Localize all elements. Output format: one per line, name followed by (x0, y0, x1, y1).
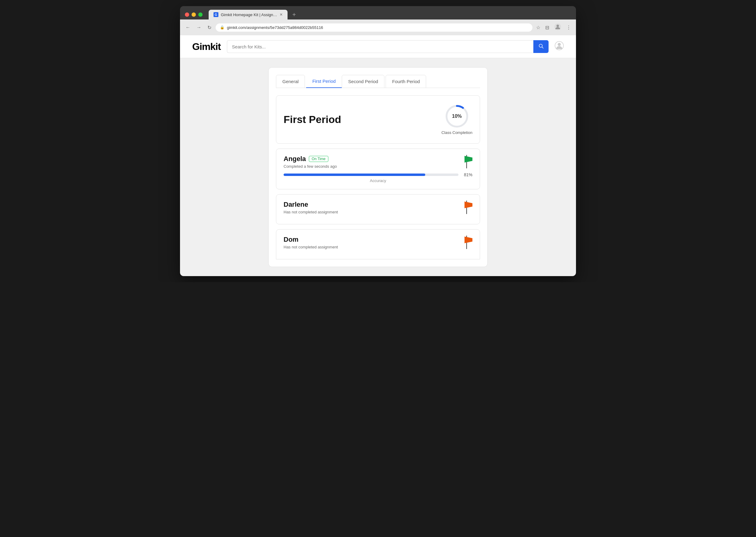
student-info-darlene: Darlene Has not completed assignment (284, 201, 338, 214)
accuracy-bar-fill-angela (284, 174, 425, 176)
new-tab-button[interactable]: + (290, 10, 298, 20)
forward-button[interactable]: → (195, 23, 203, 31)
search-button[interactable] (533, 40, 549, 53)
menu-button[interactable]: ⋮ (565, 23, 572, 32)
student-card-angela: Angela On Time Completed a few seconds a… (276, 148, 480, 189)
completion-circle: 10% Class Completion (441, 104, 472, 135)
tab-favicon: G (213, 12, 218, 17)
tabs-row: General First Period Second Period Fourt… (276, 75, 480, 88)
svg-point-5 (558, 43, 561, 46)
student-name-row-darlene: Darlene (284, 201, 338, 209)
browser-window: G Gimkit Homepage Kit | Assign… ✕ + ← → … (180, 6, 576, 276)
address-bar[interactable]: 🔒 gimkit.com/assignments/5e73dd275a984d0… (216, 23, 532, 32)
accuracy-label-angela: Accuracy (284, 178, 472, 183)
app-header: Gimkit (180, 35, 576, 58)
flag-dom (460, 236, 472, 249)
toolbar-actions: ☆ ⊟ ⋮ (535, 22, 572, 33)
main-area: General First Period Second Period Fourt… (180, 58, 576, 276)
accuracy-pct-angela: 81% (462, 172, 472, 177)
flag-shape-dom (465, 236, 472, 243)
user-profile-button[interactable] (555, 41, 564, 52)
student-status-dom: Has not completed assignment (284, 245, 338, 249)
accuracy-bar-bg-angela (284, 174, 459, 176)
completion-percent: 10% (452, 113, 462, 119)
flag-angela (460, 155, 472, 168)
completion-label: Class Completion (441, 130, 472, 135)
logo: Gimkit (192, 41, 221, 52)
on-time-badge-angela: On Time (309, 156, 328, 162)
close-traffic-light[interactable] (185, 13, 189, 17)
browser-titlebar: G Gimkit Homepage Kit | Assign… ✕ + (180, 6, 576, 20)
page-content: Gimkit (180, 35, 576, 276)
student-top-angela: Angela On Time Completed a few seconds a… (284, 155, 472, 169)
search-bar-container (227, 40, 549, 53)
student-card-darlene: Darlene Has not completed assignment (276, 194, 480, 225)
student-top-darlene: Darlene Has not completed assignment (284, 201, 472, 214)
tab-title: Gimkit Homepage Kit | Assign… (221, 13, 277, 17)
student-top-dom: Dom Has not completed assignment (284, 236, 472, 249)
student-name-row-angela: Angela On Time (284, 155, 337, 163)
tab-first-period[interactable]: First Period (306, 75, 342, 88)
tab-second-period[interactable]: Second Period (342, 75, 384, 88)
search-input[interactable] (227, 40, 533, 53)
completion-donut: 10% (445, 104, 469, 129)
svg-point-1 (556, 25, 559, 27)
minimize-traffic-light[interactable] (192, 13, 196, 17)
tab-bar: G Gimkit Homepage Kit | Assign… ✕ + (209, 10, 298, 20)
content-card: General First Period Second Period Fourt… (268, 67, 488, 267)
tab-general[interactable]: General (276, 75, 305, 88)
student-info-dom: Dom Has not completed assignment (284, 236, 338, 249)
svg-line-3 (542, 47, 543, 48)
student-name-dom: Dom (284, 236, 298, 244)
traffic-lights (185, 13, 202, 17)
accuracy-row-angela: 81% (284, 172, 472, 177)
tab-close-button[interactable]: ✕ (280, 13, 283, 17)
flag-darlene (460, 201, 472, 214)
back-button[interactable]: ← (184, 23, 192, 31)
student-info-angela: Angela On Time Completed a few seconds a… (284, 155, 337, 169)
period-header-card: First Period 10% Class Completion (276, 95, 480, 144)
student-name-angela: Angela (284, 155, 306, 163)
student-status-angela: Completed a few seconds ago (284, 164, 337, 169)
tab-fourth-period[interactable]: Fourth Period (386, 75, 426, 88)
cast-button[interactable]: ⊟ (544, 23, 551, 32)
content-wrapper: General First Period Second Period Fourt… (210, 67, 546, 267)
lock-icon: 🔒 (220, 25, 225, 29)
student-name-darlene: Darlene (284, 201, 308, 209)
bookmark-button[interactable]: ☆ (535, 23, 542, 32)
period-title: First Period (284, 113, 341, 125)
reload-button[interactable]: ↻ (205, 23, 213, 32)
flag-shape-darlene (465, 201, 472, 208)
maximize-traffic-light[interactable] (198, 13, 202, 17)
student-status-darlene: Has not completed assignment (284, 210, 338, 214)
student-name-row-dom: Dom (284, 236, 338, 244)
profile-button[interactable] (553, 22, 562, 33)
url-text: gimkit.com/assignments/5e73dd275a984d002… (227, 25, 323, 30)
active-browser-tab[interactable]: G Gimkit Homepage Kit | Assign… ✕ (209, 10, 288, 20)
flag-shape-angela (465, 156, 472, 163)
student-card-dom: Dom Has not completed assignment (276, 229, 480, 259)
browser-toolbar: ← → ↻ 🔒 gimkit.com/assignments/5e73dd275… (180, 20, 576, 35)
